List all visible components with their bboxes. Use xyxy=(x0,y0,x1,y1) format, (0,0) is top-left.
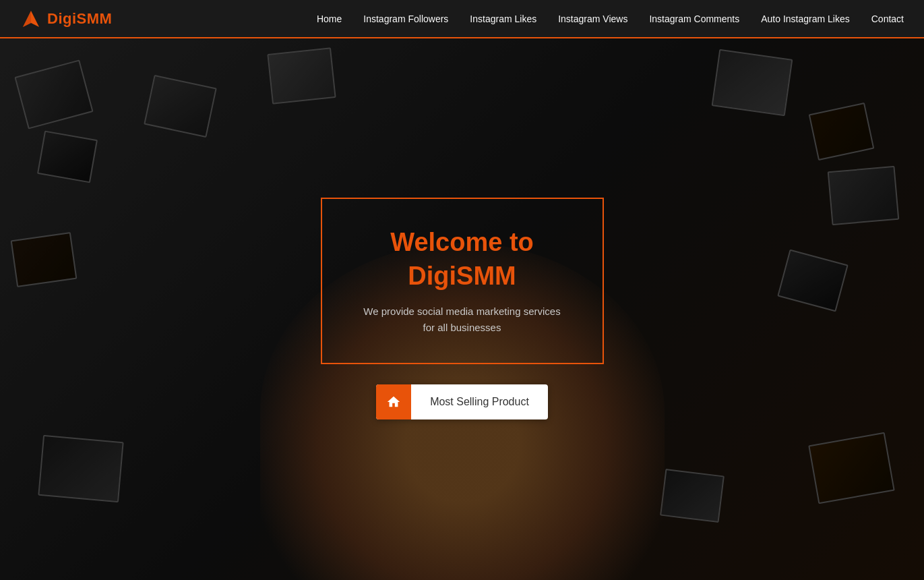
welcome-title: Welcome to DigiSMM xyxy=(363,226,562,293)
nav-links: Home Instagram Followers Instagram Likes… xyxy=(317,13,904,25)
nav-item-instagram-followers[interactable]: Instagram Followers xyxy=(363,13,448,25)
logo[interactable]: DigiSMM xyxy=(20,8,112,30)
navbar-underline xyxy=(0,37,924,38)
nav-item-contact[interactable]: Contact xyxy=(871,13,904,25)
nav-item-instagram-likes[interactable]: Instagram Likes xyxy=(470,13,536,25)
navbar: DigiSMM Home Instagram Followers Instagr… xyxy=(0,0,924,37)
svg-marker-1 xyxy=(23,11,31,27)
logo-icon xyxy=(20,8,42,30)
nav-item-instagram-comments[interactable]: Instagram Comments xyxy=(649,13,739,25)
most-selling-product-button[interactable]: Most Selling Product xyxy=(376,384,548,419)
welcome-subtitle: We provide social media marketing servic… xyxy=(363,303,562,336)
home-icon xyxy=(376,384,411,419)
welcome-box: Welcome to DigiSMM We provide social med… xyxy=(321,198,604,364)
cta-label: Most Selling Product xyxy=(411,396,548,408)
nav-item-home[interactable]: Home xyxy=(317,13,342,25)
nav-item-instagram-views[interactable]: Instagram Views xyxy=(558,13,627,25)
logo-text: DigiSMM xyxy=(47,10,112,28)
hero-content: Welcome to DigiSMM We provide social med… xyxy=(0,37,924,580)
nav-item-auto-instagram-likes[interactable]: Auto Instagram Likes xyxy=(761,13,850,25)
